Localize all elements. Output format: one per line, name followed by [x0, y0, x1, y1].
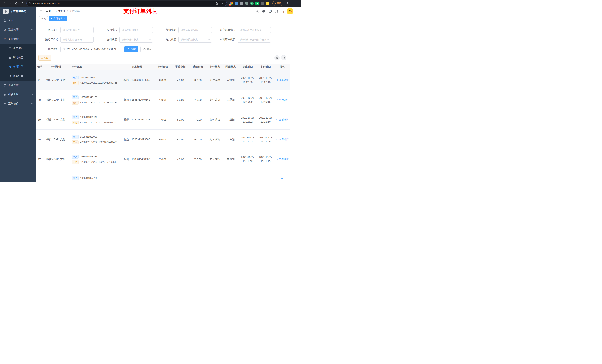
create-time-range-picker[interactable]: 2021-10-01 00:00:00 - 2021-10-31 23:59:5… — [60, 46, 121, 52]
pay-tag: 支付 — [72, 140, 79, 144]
home-button[interactable] — [20, 1, 25, 6]
cell-actions: 查看详情 — [275, 118, 290, 121]
extension-gray2-icon[interactable] — [245, 2, 248, 5]
sidebar-item-app-info[interactable]: 应用信息 — [0, 53, 36, 62]
tab-home[interactable]: 首页 — [39, 16, 48, 21]
cell-amount: ¥ 0.01 — [154, 79, 172, 82]
extension-dark-icon[interactable] — [261, 2, 264, 5]
breadcrumb-home[interactable]: 首页 — [46, 10, 51, 13]
tab-pay-order[interactable]: 支付订单 × — [49, 16, 67, 21]
bookmark-star-icon[interactable] — [219, 1, 224, 6]
pay-tag: 支付 — [72, 81, 79, 85]
refund-status-select[interactable] — [178, 37, 212, 42]
sidebar-item-merchant-info[interactable]: 商户信息 — [0, 44, 36, 53]
extension-gray-icon[interactable] — [240, 2, 243, 5]
cell-notify-status: 未通知 — [223, 78, 239, 82]
filter-row-3: 创建时间 2021-10-01 00:00:00 - 2021-10-31 23… — [36, 44, 301, 54]
notify-status-select[interactable] — [237, 37, 271, 42]
reload-button[interactable] — [14, 1, 19, 6]
extension-blue-icon[interactable] — [235, 2, 238, 5]
app-logo[interactable]: 芋道管理系统 — [0, 7, 36, 16]
merchant-filter-input[interactable] — [60, 27, 94, 33]
document-icon — [8, 74, 11, 77]
cell-channel: 微信 JSAPI 支付 — [42, 118, 70, 121]
channel-order-no-input[interactable] — [60, 37, 94, 42]
sidebar-item-payment[interactable]: ¥ 支付管理 — [0, 34, 36, 44]
cell-create-time: 2021-10-2713:18:02 — [239, 116, 257, 124]
tab-close-icon[interactable]: × — [64, 17, 65, 20]
sidebar-item-pay-order[interactable]: 支付订单 — [0, 62, 36, 71]
cell-amount: ¥ 0.01 — [154, 158, 172, 161]
sidebar-item-dev-tools[interactable]: 研发工具 — [0, 90, 36, 99]
help-icon[interactable]: ? — [269, 10, 272, 13]
col-actions: 操作 — [275, 65, 290, 69]
merchant-order-no-input[interactable] — [237, 27, 271, 33]
site-info-icon[interactable] — [29, 2, 32, 5]
export-button[interactable]: 导出 — [38, 55, 51, 61]
view-detail-link[interactable]: 查看详情 — [276, 157, 289, 161]
card-icon — [8, 47, 11, 50]
caret-down-icon[interactable] — [296, 10, 298, 12]
view-detail-link[interactable]: 查看详情 — [276, 138, 289, 141]
back-button[interactable] — [2, 1, 7, 6]
sidebar-item-refund-order[interactable]: 退款订单 — [0, 71, 36, 81]
share-icon[interactable] — [214, 1, 219, 6]
browser-menu-icon[interactable] — [286, 2, 289, 5]
cell-pay-time: 2021-10-2713:17:08 — [257, 135, 275, 144]
table-header: 编号 支付渠道 支付订单 商品标题 支付金额 手续金额 退款金额 支付状态 回调… — [36, 64, 290, 70]
channel-pay-no: 4200001173202110272847982104 — [80, 121, 117, 124]
toggle-search-button[interactable] — [274, 55, 280, 61]
cell-fee: ¥ 0.00 — [172, 98, 189, 101]
view-detail-link[interactable]: 查看详情 — [276, 98, 289, 102]
sidebar-item-workflow[interactable]: 工作流程 — [0, 99, 36, 108]
browser-update-button[interactable]: 更新 — [272, 1, 283, 6]
sidebar-item-infra[interactable]: 基础设施 — [0, 81, 36, 90]
view-detail-link[interactable]: 查看详情 — [276, 118, 289, 121]
extension-colorful-icon[interactable]: 10 — [230, 2, 233, 5]
view-detail-link[interactable] — [281, 178, 284, 180]
breadcrumb-payment[interactable]: 支付管理 — [55, 10, 65, 13]
gear-icon: ⚙ — [3, 28, 6, 31]
fullscreen-icon[interactable] — [275, 10, 278, 13]
cell-channel: 微信 JSAPI 支付 — [42, 157, 70, 161]
sidebar-toggle-button[interactable] — [39, 10, 43, 13]
cell-actions: 查看详情 — [275, 138, 290, 141]
tabs-bar: 首页 支付订单 × — [36, 16, 301, 22]
yen-icon: ¥ — [3, 38, 6, 41]
breadcrumb: 首页 / 支付管理 / 支付订单 — [46, 10, 80, 13]
filter-label: 退款状态 — [156, 38, 176, 41]
cell-notify-status: 未通知 — [223, 118, 239, 121]
extension-avatar-icon[interactable] — [266, 2, 269, 5]
cell-notify-status: 未通知 — [223, 157, 239, 161]
cell-pay-status: 支付成功 — [207, 157, 223, 161]
app-id-select[interactable] — [119, 27, 153, 33]
cube-icon — [3, 93, 6, 96]
url-bar[interactable]: localhost:1024/pay/order — [27, 1, 226, 6]
table-row: 18 微信 JSAPI 支付 商户 1635311823086 支付 42000… — [36, 130, 290, 149]
font-size-icon[interactable]: TT — [281, 9, 284, 13]
refresh-button[interactable] — [281, 55, 286, 61]
github-icon[interactable] — [262, 10, 266, 13]
user-avatar[interactable] — [287, 8, 293, 14]
channel-code-select[interactable] — [178, 27, 212, 33]
date-start: 2021-10-01 00:00:00 — [66, 48, 89, 51]
date-end: 2021-10-31 23:59:59 — [94, 48, 117, 51]
pay-status-select[interactable] — [119, 37, 153, 42]
col-channel: 支付渠道 — [42, 65, 70, 69]
search-button[interactable]: 搜索 — [124, 46, 139, 52]
cell-refund: ¥ 0.00 — [189, 158, 207, 161]
grid-icon — [8, 56, 11, 59]
cell-channel: 微信 JSAPI 支付 — [42, 138, 70, 141]
extension-check-icon[interactable] — [250, 2, 254, 5]
forward-button[interactable] — [8, 1, 13, 6]
sidebar-item-home[interactable]: 首页 — [0, 16, 36, 25]
search-icon[interactable] — [256, 10, 259, 13]
view-detail-link[interactable]: 查看详情 — [276, 78, 289, 82]
reset-button[interactable]: 重置 — [140, 46, 154, 52]
monitor-icon — [3, 84, 6, 87]
sidebar-item-system[interactable]: ⚙ 系统管理 — [0, 25, 36, 34]
cell-title: 标题：1635312124656 — [120, 78, 154, 82]
cell-pay-order: 商户 1635311881440 支付 42000011732021102728… — [70, 114, 120, 126]
filter-label: 创建时间 — [38, 48, 58, 51]
extension-wechat-icon[interactable] — [256, 2, 259, 5]
